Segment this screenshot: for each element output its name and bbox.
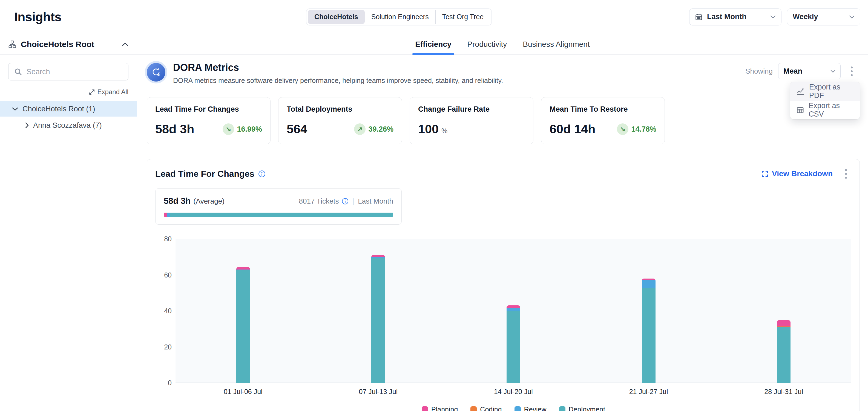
tree-item-child[interactable]: Anna Scozzafava (7) xyxy=(0,118,136,133)
legend-label: Deployment xyxy=(569,406,605,411)
menu-item-label: Export as PDF xyxy=(809,83,854,100)
lead-time-header-right: View Breakdown xyxy=(761,167,851,181)
showing-label: Showing xyxy=(745,67,773,75)
y-tick-label: 60 xyxy=(164,271,172,279)
legend-item-coding[interactable]: Coding xyxy=(470,406,502,411)
tab-efficiency[interactable]: Efficiency xyxy=(415,34,451,55)
x-tick-label: 07 Jul-13 Jul xyxy=(311,388,446,396)
tab-productivity[interactable]: Productivity xyxy=(467,34,507,55)
bar-segment-deployment xyxy=(777,327,790,383)
x-tick-label: 01 Jul-06 Jul xyxy=(176,388,311,396)
bar-14-jul-20-jul xyxy=(506,305,520,383)
y-tick-label: 20 xyxy=(164,343,172,351)
lead-time-summary: 58d 3h (Average) 8017 Tickets xyxy=(155,188,402,225)
legend-item-deployment[interactable]: Deployment xyxy=(559,406,605,411)
view-breakdown-button[interactable]: View Breakdown xyxy=(761,169,833,178)
lead-time-header: Lead Time For Changes xyxy=(155,167,851,181)
sidebar-search[interactable] xyxy=(8,63,128,80)
dora-kebab-menu-button[interactable] xyxy=(846,64,857,78)
metric-card-title: Change Failure Rate xyxy=(418,105,525,113)
metric-card-value: 100 xyxy=(418,122,439,136)
trend-up-arrow-icon: ↗ xyxy=(354,124,366,135)
bar-07-jul-13-jul xyxy=(371,255,385,383)
bar-segment-deployment xyxy=(642,288,655,383)
bar-28-jul-31-jul xyxy=(777,320,790,383)
aggregation-select[interactable]: Mean xyxy=(778,63,841,79)
legend-item-review[interactable]: Review xyxy=(515,406,547,411)
chevron-down-icon xyxy=(849,15,855,19)
bar-segment-deployment xyxy=(371,258,385,383)
org-tab-choicehotels[interactable]: ChoiceHotels xyxy=(308,10,365,24)
org-tab-solution-engineers[interactable]: Solution Engineers xyxy=(365,10,435,24)
tree-item-label: Anna Scozzafava (7) xyxy=(33,121,102,130)
tree-item-root[interactable]: ChoiceHotels Root (1) xyxy=(0,101,136,116)
date-range-select[interactable]: Last Month xyxy=(689,8,781,26)
org-tab-test-org-tree[interactable]: Test Org Tree xyxy=(435,10,490,24)
search-input[interactable] xyxy=(27,68,123,76)
metric-card-mean-time-to-restore: Mean Time To Restore60d 14h↘14.78% xyxy=(541,97,665,144)
tree-item-label: ChoiceHotels Root (1) xyxy=(23,105,95,113)
x-tick-label: 28 Jul-31 Jul xyxy=(716,388,851,396)
bar-segment-review xyxy=(506,308,520,311)
chart-line-icon xyxy=(796,87,805,96)
metric-cards-row: Lead Time For Changes58d 3h↘16.99%Total … xyxy=(147,97,860,144)
calendar-icon xyxy=(695,13,703,21)
menu-item-export-as-pdf[interactable]: Export as PDF xyxy=(790,82,860,101)
chevron-right-icon[interactable] xyxy=(25,122,29,128)
summary-value: 58d 3h xyxy=(164,196,191,206)
expand-all-button[interactable]: Expand All xyxy=(8,88,128,96)
metric-card-title: Total Deployments xyxy=(287,105,394,113)
expand-icon xyxy=(761,170,769,178)
summary-qualifier: (Average) xyxy=(193,197,224,205)
metric-card-value: 564 xyxy=(287,122,307,136)
dora-description: DORA metrics measure software delivery p… xyxy=(173,77,503,84)
search-icon xyxy=(14,68,22,76)
chevron-down-icon xyxy=(770,15,776,19)
sidebar-root-title: ChoiceHotels Root xyxy=(21,40,94,49)
metric-card-value-row: 58d 3h↘16.99% xyxy=(155,122,262,136)
bar-segment-planning xyxy=(777,320,790,327)
table-icon xyxy=(796,106,804,114)
legend-label: Review xyxy=(524,406,547,411)
legend-item-planning[interactable]: Planning xyxy=(422,406,458,411)
gridline xyxy=(176,275,851,275)
tab-business-alignment[interactable]: Business Alignment xyxy=(523,34,590,55)
metric-card-value-row: 100% xyxy=(418,122,525,136)
metric-card-value: 60d 14h xyxy=(550,122,595,136)
metric-card-lead-time-for-changes: Lead Time For Changes58d 3h↘16.99% xyxy=(147,97,271,144)
granularity-select[interactable]: Weekly xyxy=(787,8,860,26)
chevron-up-icon[interactable] xyxy=(122,42,128,46)
metric-card-title: Lead Time For Changes xyxy=(155,105,262,113)
bar-segment-deployment xyxy=(506,311,520,383)
legend-swatch xyxy=(470,406,477,411)
org-tree-icon xyxy=(8,40,17,48)
plot-area xyxy=(176,239,851,383)
y-tick-label: 40 xyxy=(164,307,172,315)
main-tabs: EfficiencyProductivityBusiness Alignment xyxy=(137,34,868,55)
summary-tickets: 8017 Tickets xyxy=(299,197,339,205)
menu-item-export-as-csv[interactable]: Export as CSV xyxy=(790,101,860,119)
dora-header: DORA Metrics DORA metrics measure softwa… xyxy=(147,61,860,84)
info-icon[interactable] xyxy=(342,198,348,205)
chart-legend: PlanningCodingReviewDeployment xyxy=(176,406,851,411)
trend-down-arrow-icon: ↘ xyxy=(223,124,234,135)
lead-time-kebab-menu-button[interactable] xyxy=(840,167,851,181)
page-title: Insights xyxy=(14,9,61,24)
metric-card-title: Mean Time To Restore xyxy=(550,105,656,113)
metric-card-value-row: 60d 14h↘14.78% xyxy=(550,122,656,136)
info-icon[interactable] xyxy=(258,170,266,178)
metric-card-unit: % xyxy=(441,127,447,135)
summary-bar-segment-deployment xyxy=(170,213,393,217)
legend-swatch xyxy=(422,406,428,411)
summary-bar-segment-planning xyxy=(164,213,167,217)
dora-cycle-icon xyxy=(147,63,165,81)
bar-21-jul-27-jul xyxy=(642,279,655,383)
trend-badge: ↘16.99% xyxy=(223,124,262,135)
legend-label: Planning xyxy=(431,406,458,411)
x-tick-label: 21 Jul-27 Jul xyxy=(581,388,716,396)
legend-label: Coding xyxy=(480,406,502,411)
metric-card-total-deployments: Total Deployments564↗39.26% xyxy=(278,97,402,144)
trend-down-arrow-icon: ↘ xyxy=(617,124,628,135)
chevron-down-icon[interactable] xyxy=(12,107,18,111)
main-content: DORA Metrics DORA metrics measure softwa… xyxy=(137,55,868,411)
